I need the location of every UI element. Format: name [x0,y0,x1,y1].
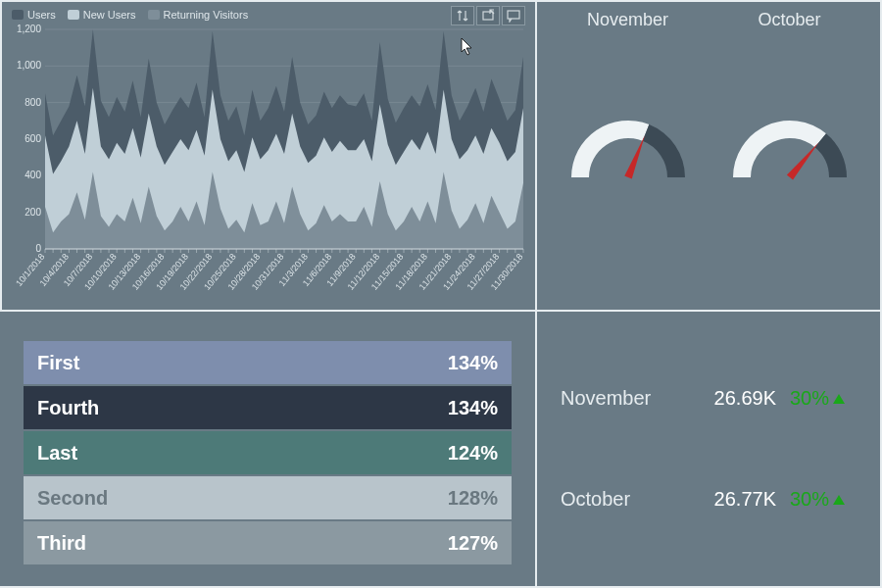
row-value: 128% [448,487,498,510]
table-row[interactable]: Third127% [24,521,512,564]
kpi-value: 26.69K [688,387,776,410]
row-label: Last [37,442,77,465]
svg-text:1,000: 1,000 [17,60,41,71]
row-value: 134% [448,352,498,374]
table-row[interactable]: Last124% [24,431,512,474]
legend-label: Users [27,9,56,21]
gauge-panel: November October [537,0,882,312]
svg-rect-0 [483,12,493,20]
legend-item-new-users[interactable]: New Users [68,9,136,21]
gauge-october: October [709,10,870,187]
legend-label: New Users [83,9,136,21]
gauge-november: November [547,10,709,187]
table-row[interactable]: Fourth134% [24,386,512,429]
kpi-value: 26.77K [688,488,776,511]
area-chart[interactable]: 02004006008001,0001,20010/1/201810/4/201… [12,24,529,308]
row-label: First [37,352,79,374]
chart-toolbar [451,6,525,25]
legend-item-users[interactable]: Users [12,9,56,21]
rank-table: First134%Fourth134%Last124%Second128%Thi… [24,341,512,564]
legend-label: Returning Visitors [164,9,249,21]
kpi-change: 30% [790,387,845,410]
gauge-arc [716,99,863,187]
row-label: Third [37,532,86,555]
arrow-up-icon [833,394,845,404]
row-value: 127% [448,532,498,555]
kpi-change: 30% [790,488,845,511]
comment-icon[interactable] [502,6,525,25]
row-value: 124% [448,442,498,465]
kpi-panel: November 26.69K 30%October 26.77K 30% [537,312,882,588]
svg-text:800: 800 [24,97,41,108]
swap-vert-icon[interactable] [451,6,474,25]
table-row[interactable]: Second128% [24,476,512,519]
svg-text:600: 600 [24,133,41,144]
area-chart-legend: Users New Users Returning Visitors [12,6,525,24]
kpi-label: November [561,387,688,410]
svg-text:200: 200 [24,207,41,218]
row-value: 134% [448,397,498,419]
gauge-title: November [587,10,668,30]
rank-table-panel: First134%Fourth134%Last124%Second128%Thi… [0,312,537,588]
row-label: Fourth [37,397,99,419]
kpi-row: October 26.77K 30% [561,488,857,511]
kpi-row: November 26.69K 30% [561,387,857,410]
svg-rect-1 [508,11,519,19]
visitors-area-chart-panel: Users New Users Returning Visitors 02004… [0,0,537,312]
table-row[interactable]: First134% [24,341,512,384]
arrow-up-icon [833,495,845,505]
legend-item-returning[interactable]: Returning Visitors [148,9,249,21]
kpi-label: October [561,488,688,511]
svg-text:400: 400 [24,170,41,180]
gauge-title: October [758,10,820,30]
row-label: Second [37,487,108,510]
gauge-arc [555,99,702,187]
export-icon[interactable] [476,6,500,25]
svg-text:1,200: 1,200 [17,24,41,34]
